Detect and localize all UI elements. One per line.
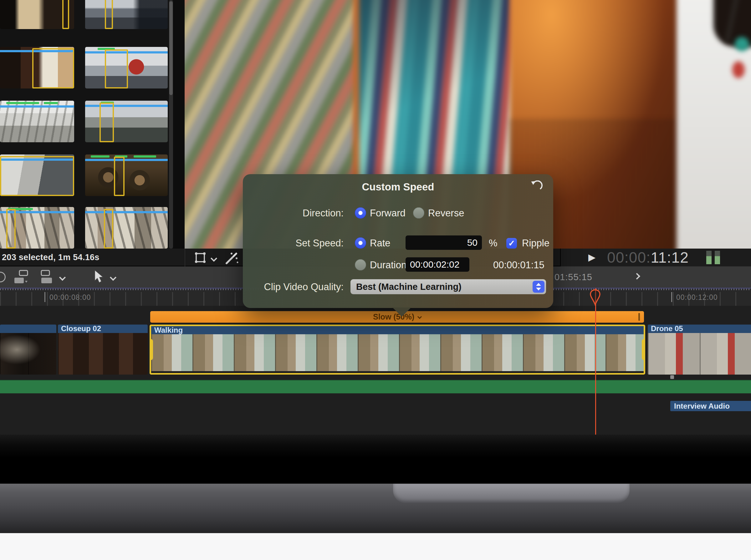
chevron-right-icon[interactable]	[634, 273, 640, 280]
select-tool-icon[interactable]	[93, 269, 104, 284]
rate-input[interactable]: 50	[406, 236, 482, 250]
pane-divider	[173, 0, 185, 248]
clip-thumbnail[interactable]	[0, 47, 74, 88]
range-selection[interactable]	[104, 209, 113, 248]
rate-radio[interactable]	[355, 237, 366, 248]
clip-thumbnail[interactable]	[85, 47, 168, 88]
clip-connection-dot	[670, 375, 674, 379]
favorite-mark	[44, 102, 58, 104]
range-selection[interactable]	[62, 0, 69, 29]
rate-option-label[interactable]: Rate	[370, 238, 390, 249]
reverse-option-label[interactable]: Reverse	[428, 207, 464, 219]
clip-filmstrip	[0, 333, 56, 375]
range-selection[interactable]	[99, 103, 114, 142]
forward-option-label[interactable]: Forward	[370, 207, 406, 219]
check-icon: ✓	[508, 239, 515, 248]
chevron-down-icon[interactable]	[211, 255, 217, 262]
preview-pendant-teal	[735, 37, 749, 51]
clip-thumbnail[interactable]	[85, 155, 168, 196]
chevron-down-icon	[418, 315, 422, 319]
timecode-display[interactable]: 00:00:11:12	[607, 249, 689, 266]
laptop-deck	[0, 483, 751, 533]
duration-option-label[interactable]: Duration	[370, 260, 406, 271]
clip-filmstrip	[151, 334, 644, 371]
selection-status: 203 selected, 1m 54.16s	[2, 253, 99, 262]
playhead-line[interactable]	[595, 288, 596, 435]
dropdown-stepper-icon	[533, 281, 544, 293]
forward-radio[interactable]	[355, 207, 366, 219]
divider	[185, 248, 185, 266]
clip-header: Closeup 02	[58, 324, 148, 333]
clip-thumbnail[interactable]	[85, 101, 168, 142]
magic-wand-icon[interactable]	[224, 251, 238, 266]
timeline-clip-closeup[interactable]: Closeup 02	[58, 324, 148, 375]
index-icon[interactable]	[0, 272, 6, 282]
laptop-bezel	[0, 435, 751, 483]
undo-icon[interactable]	[529, 180, 543, 193]
direction-label: Direction:	[243, 207, 344, 219]
scrollbar-thumb[interactable]	[169, 1, 173, 95]
custom-speed-popover: Custom Speed Direction: Forward Reverse …	[243, 174, 553, 308]
crop-icon[interactable]	[193, 251, 207, 264]
favorite-mark	[91, 155, 110, 158]
clip-thumbnail[interactable]	[0, 207, 74, 248]
rate-unit-label: %	[489, 238, 498, 249]
page-background	[0, 533, 751, 560]
project-duration: 01:55:15	[555, 272, 592, 282]
timeline-clip[interactable]	[0, 324, 56, 375]
clip-filmstrip	[58, 333, 148, 375]
clip-filmstrip	[648, 333, 751, 375]
connect-clip-icon[interactable]	[13, 269, 32, 284]
marker-line	[85, 105, 168, 107]
quality-value: Best (Machine Learning)	[356, 282, 462, 292]
storyline-audio-bar[interactable]	[0, 380, 751, 393]
clip-thumbnail[interactable]	[85, 0, 168, 29]
dialog-title: Custom Speed	[243, 181, 553, 193]
clip-thumbnail[interactable]	[0, 0, 74, 29]
clip-thumbnail[interactable]	[0, 155, 74, 196]
timecode-hours-minutes: 00:00:	[607, 249, 651, 266]
timecode-seconds-frames: 11:12	[651, 249, 689, 266]
audio-meter	[715, 251, 720, 264]
chevron-down-icon[interactable]	[110, 274, 116, 281]
range-selection[interactable]	[0, 156, 74, 196]
audio-meter	[706, 251, 712, 264]
ruler-label: 00:00:08:00	[50, 293, 91, 302]
marker-line	[85, 159, 168, 161]
reverse-radio[interactable]	[413, 207, 424, 219]
ruler-major-tick	[44, 292, 45, 302]
playhead-pin[interactable]	[590, 289, 601, 306]
range-selection[interactable]	[105, 49, 128, 88]
marker-line	[85, 211, 168, 213]
range-selection[interactable]	[32, 48, 74, 88]
timeline-clip-walking-selected[interactable]: Walking	[150, 324, 645, 375]
clip-thumbnail[interactable]	[85, 207, 168, 248]
ripple-checkbox[interactable]: ✓	[506, 238, 517, 248]
retime-bar-endcap	[638, 313, 640, 321]
clip-thumbnail[interactable]	[0, 101, 74, 142]
connected-audio-clip[interactable]: Interview Audio	[670, 401, 751, 411]
laptop-thumb-scoop	[393, 484, 630, 503]
quality-label: Clip Video Quality:	[243, 281, 344, 293]
favorite-mark	[134, 155, 156, 158]
duration-radio[interactable]	[355, 259, 366, 271]
trim-handle-right[interactable]	[642, 339, 645, 360]
timeline-body: Slow (50%) Closeup 02 Walking Drone 05 I…	[0, 306, 751, 435]
fcp-window: 203 selected, 1m 54.16s ▶ 00:00:11:12	[0, 0, 751, 560]
set-speed-label: Set Speed:	[243, 238, 344, 249]
range-selection[interactable]	[114, 157, 124, 196]
range-selection[interactable]	[6, 209, 16, 248]
trim-handle-left[interactable]	[150, 339, 153, 360]
preview-pendant-red	[732, 61, 745, 78]
chevron-down-icon[interactable]	[59, 274, 66, 281]
quality-dropdown[interactable]: Best (Machine Learning)	[350, 279, 546, 294]
duration-input[interactable]: 00:00:02:02	[406, 257, 469, 272]
play-icon[interactable]: ▶	[588, 252, 596, 263]
timeline-clip-drone[interactable]: Drone 05	[648, 324, 751, 375]
media-browser	[0, 0, 185, 248]
range-selection[interactable]	[105, 0, 113, 29]
ruler-label: 00:00:12:00	[676, 293, 718, 302]
ripple-label[interactable]: Ripple	[522, 238, 550, 249]
browser-scrollbar[interactable]	[169, 0, 173, 248]
insert-clip-icon[interactable]	[37, 269, 56, 284]
